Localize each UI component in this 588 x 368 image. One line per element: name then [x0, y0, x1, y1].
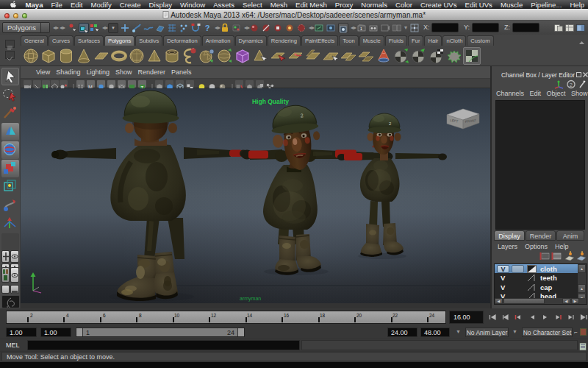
svg-text:2: 2: [570, 82, 573, 88]
svg-text:1: 1: [360, 26, 362, 31]
